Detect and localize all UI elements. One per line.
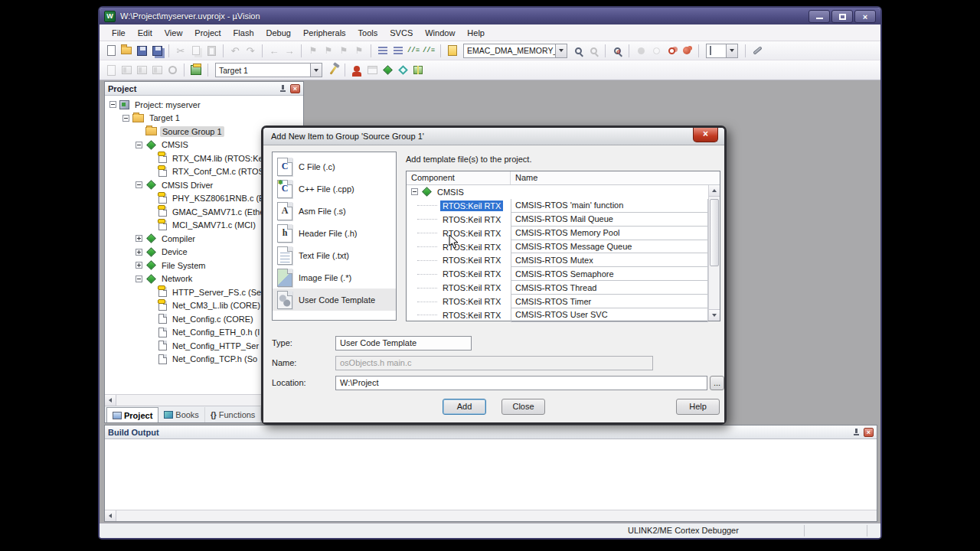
scroll-up-icon[interactable] [709,185,720,197]
download-button[interactable] [189,64,203,77]
start-stop-debug-button[interactable] [634,44,648,57]
add-button[interactable]: Add [443,399,486,415]
symbol-search-combo[interactable]: EMAC_DMA_MEMORY_A [463,44,567,58]
menu-help[interactable]: Help [461,26,491,40]
menu-peripherals[interactable]: Peripherals [297,26,352,40]
expand-icon[interactable] [136,235,142,242]
build-output-content[interactable] [105,439,877,510]
maximize-button[interactable] [831,10,853,23]
configure-button[interactable] [750,44,764,57]
lookup-button[interactable]: d [610,44,624,57]
column-header-name[interactable]: Name [511,171,542,184]
manage-rte-button[interactable] [381,64,394,77]
redo-button[interactable]: ↷ [243,44,257,57]
scroll-down-icon[interactable] [709,309,720,321]
next-bookmark-button[interactable]: ⚑ [337,44,351,57]
uncomment-button[interactable]: //≡ [422,44,436,57]
file-type-a[interactable]: AAsm File (.s) [273,200,396,222]
table-vscrollbar[interactable] [708,185,720,321]
collapse-icon[interactable] [109,101,116,108]
expand-icon[interactable] [136,249,142,256]
memory-window-combo[interactable] [706,44,738,58]
type-field[interactable]: User Code Template [335,336,472,350]
menu-flash[interactable]: Flash [227,26,260,40]
indent-button[interactable] [376,44,390,57]
tab-functions[interactable]: {}Functions [205,407,262,422]
menu-file[interactable]: File [106,26,132,40]
collapse-icon[interactable] [411,188,418,195]
scrollbar-thumb[interactable] [710,199,719,266]
scroll-left-icon[interactable] [105,510,116,521]
target-select-combo[interactable]: Target 1 [215,63,322,77]
build-button[interactable] [119,64,133,77]
insert-remove-breakpoint-button[interactable] [649,44,663,57]
menu-tools[interactable]: Tools [352,26,384,40]
template-row-9[interactable]: RTOS:Keil RTXCMSIS-RTOS User SVC [407,308,720,322]
comment-button[interactable]: //≡ [407,44,420,57]
menu-edit[interactable]: Edit [132,26,158,40]
translate-file-button[interactable] [104,64,118,77]
save-button[interactable] [135,44,149,57]
clear-bookmarks-button[interactable]: ⚑ [352,44,366,57]
file-type-h[interactable]: hHeader File (.h) [273,222,396,244]
menu-window[interactable]: Window [419,26,461,40]
build-output-hscrollbar[interactable] [105,510,877,521]
combo-dropdown-icon[interactable] [555,44,567,57]
name-field[interactable]: osObjects.h main.c [335,356,653,370]
browse-button[interactable]: ... [710,376,724,390]
batch-build-button[interactable] [150,64,164,77]
template-row-8[interactable]: RTOS:Keil RTXCMSIS-RTOS Timer [407,295,720,308]
template-row-0[interactable]: CMSIS [407,185,720,199]
combo-dropdown-icon[interactable] [726,44,737,57]
select-software-packs-button[interactable] [396,64,410,77]
project-panel-close-icon[interactable]: × [290,84,300,93]
collapse-icon[interactable] [136,181,142,188]
file-type-txt[interactable]: Text File (.txt) [273,244,396,266]
kill-all-breakpoints-button[interactable] [680,44,694,57]
help-button[interactable]: Help [676,399,720,415]
file-extensions-button[interactable] [365,64,379,77]
template-row-6[interactable]: RTOS:Keil RTXCMSIS-RTOS Semaphore [407,267,720,281]
save-all-button[interactable] [150,44,164,57]
template-row-1[interactable]: RTOS:Keil RTXCMSIS-RTOS 'main' function [407,199,720,213]
tree-item-target-1[interactable]: Target 1 [105,112,303,126]
navigate-back-button[interactable]: ← [267,44,281,57]
pin-icon[interactable] [852,428,861,436]
options-for-target-button[interactable] [326,64,340,77]
cut-button[interactable]: ✂ [174,44,188,57]
build-output-close-icon[interactable]: × [864,428,874,437]
find-in-files-button[interactable] [571,44,585,57]
menu-view[interactable]: View [158,26,189,40]
file-type-img[interactable]: Image File (.*) [273,266,396,289]
open-file-button[interactable] [119,44,133,57]
location-field[interactable]: W:\Project [335,376,707,390]
scroll-left-icon[interactable] [105,395,116,406]
menu-debug[interactable]: Debug [260,26,297,40]
combo-dropdown-icon[interactable] [310,64,322,77]
copy-button[interactable] [189,44,203,57]
collapse-icon[interactable] [136,142,142,148]
menu-svcs[interactable]: SVCS [384,26,419,40]
minimize-button[interactable] [808,10,830,23]
configuration-wizard-button[interactable] [446,44,459,57]
template-row-2[interactable]: RTOS:Keil RTXCMSIS-RTOS Mail Queue [407,213,720,227]
stop-build-button[interactable] [165,64,179,77]
collapse-icon[interactable] [136,276,142,282]
menu-project[interactable]: Project [188,26,227,40]
undo-button[interactable]: ↶ [228,44,242,57]
close-dialog-button[interactable]: Close [501,399,545,415]
collapse-icon[interactable] [122,115,129,122]
dialog-close-button[interactable]: × [693,128,718,142]
file-type-cpp[interactable]: CC++ File (.cpp) [273,178,396,200]
pack-installer-button[interactable] [411,64,425,77]
paste-button[interactable] [204,44,218,57]
navigate-forward-button[interactable]: → [283,44,296,57]
insert-bookmark-button[interactable]: ⚑ [306,44,320,57]
template-row-7[interactable]: RTOS:Keil RTXCMSIS-RTOS Thread [407,281,720,295]
file-type-c[interactable]: CC File (.c) [273,155,396,178]
template-row-5[interactable]: RTOS:Keil RTXCMSIS-RTOS Mutex [407,253,720,267]
file-type-uct[interactable]: User Code Template [273,289,396,311]
find-button[interactable] [586,44,600,57]
close-button[interactable]: × [854,10,876,23]
previous-bookmark-button[interactable]: ⚑ [322,44,335,57]
